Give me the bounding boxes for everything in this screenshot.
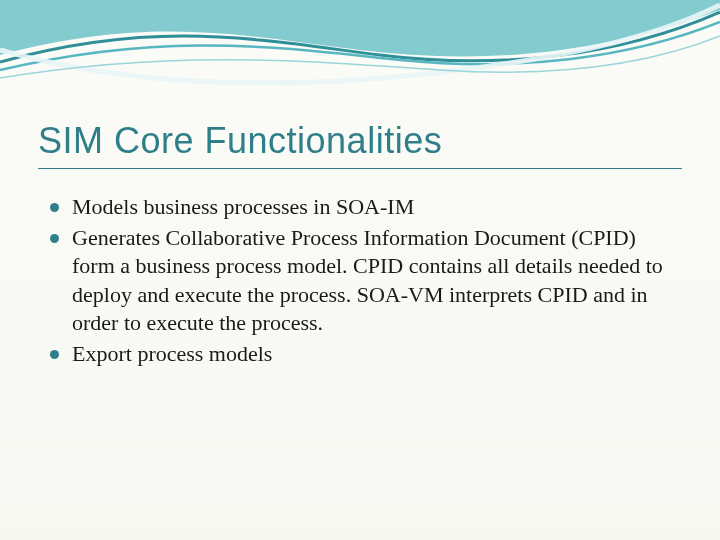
bullet-list: Models business processes in SOA-IM Gene…	[48, 193, 682, 369]
list-item: Generates Collaborative Process Informat…	[48, 224, 682, 338]
list-item: Models business processes in SOA-IM	[48, 193, 682, 222]
slide-content: SIM Core Functionalities Models business…	[38, 120, 682, 371]
slide-title: SIM Core Functionalities	[38, 120, 682, 169]
slide: SIM Core Functionalities Models business…	[0, 0, 720, 540]
list-item: Export process models	[48, 340, 682, 369]
wave-decoration	[0, 0, 720, 120]
